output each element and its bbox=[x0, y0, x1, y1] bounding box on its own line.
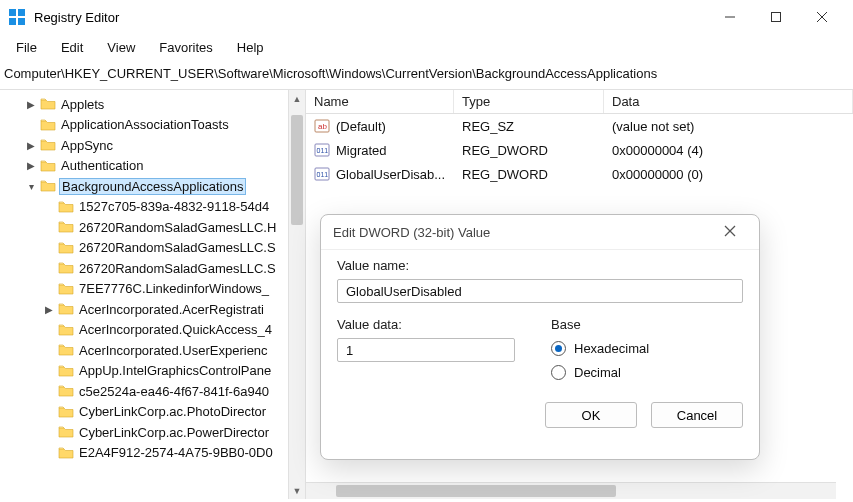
minimize-button[interactable] bbox=[707, 1, 753, 33]
value-icon: 011 bbox=[314, 142, 330, 158]
tree-view[interactable]: ▶AppletsApplicationAssociationToasts▶App… bbox=[0, 90, 306, 499]
value-name: Migrated bbox=[336, 143, 387, 158]
value-data-label: Value data: bbox=[337, 317, 515, 332]
expand-icon[interactable]: ▾ bbox=[24, 181, 38, 192]
col-header-type[interactable]: Type bbox=[454, 90, 604, 113]
svg-text:011: 011 bbox=[317, 147, 329, 154]
tree-item[interactable]: ▶AcerIncorporated.AcerRegistrati bbox=[0, 299, 305, 320]
expand-icon[interactable]: ▶ bbox=[24, 140, 38, 151]
expand-icon[interactable]: ▶ bbox=[42, 304, 56, 315]
value-name-label: Value name: bbox=[337, 258, 743, 273]
tree-item-label: 26720RandomSaladGamesLLC.S bbox=[79, 240, 276, 255]
value-icon: 011 bbox=[314, 166, 330, 182]
vertical-scrollbar[interactable]: ▲▼ bbox=[288, 90, 305, 499]
horizontal-scrollbar[interactable] bbox=[306, 482, 836, 499]
dialog-close-button[interactable] bbox=[713, 225, 747, 240]
folder-icon bbox=[58, 282, 74, 296]
tree-item[interactable]: CyberLinkCorp.ac.PowerDirector bbox=[0, 422, 305, 443]
radio-decimal[interactable]: Decimal bbox=[551, 365, 743, 380]
folder-icon bbox=[58, 200, 74, 214]
svg-text:ab: ab bbox=[318, 122, 327, 131]
maximize-button[interactable] bbox=[753, 1, 799, 33]
value-data: 0x00000000 (0) bbox=[612, 167, 703, 182]
expand-icon[interactable]: ▶ bbox=[24, 160, 38, 171]
edit-dword-dialog: Edit DWORD (32-bit) Value Value name: Va… bbox=[320, 214, 760, 460]
tree-item[interactable]: ▶Authentication bbox=[0, 156, 305, 177]
tree-item-label: c5e2524a-ea46-4f67-841f-6a940 bbox=[79, 384, 269, 399]
tree-item-label: AppUp.IntelGraphicsControlPane bbox=[79, 363, 271, 378]
menu-file[interactable]: File bbox=[6, 37, 47, 58]
tree-item[interactable]: 7EE7776C.LinkedinforWindows_ bbox=[0, 279, 305, 300]
tree-item[interactable]: ▾BackgroundAccessApplications bbox=[0, 176, 305, 197]
tree-item-label: Authentication bbox=[61, 158, 143, 173]
radio-dec-label: Decimal bbox=[574, 365, 621, 380]
list-rows: ab(Default)REG_SZ(value not set)011Migra… bbox=[306, 114, 853, 186]
list-header: Name Type Data bbox=[306, 90, 853, 114]
svg-text:011: 011 bbox=[317, 171, 329, 178]
tree-item[interactable]: ▶Applets bbox=[0, 94, 305, 115]
tree-item[interactable]: 26720RandomSaladGamesLLC.S bbox=[0, 238, 305, 259]
tree-item-label: 26720RandomSaladGamesLLC.S bbox=[79, 261, 276, 276]
menu-favorites[interactable]: Favorites bbox=[149, 37, 222, 58]
tree-item-label: 1527c705-839a-4832-9118-54d4 bbox=[79, 199, 269, 214]
value-data-input[interactable] bbox=[337, 338, 515, 362]
cancel-button[interactable]: Cancel bbox=[651, 402, 743, 428]
value-type: REG_DWORD bbox=[462, 143, 548, 158]
tree-item[interactable]: 26720RandomSaladGamesLLC.S bbox=[0, 258, 305, 279]
list-row[interactable]: ab(Default)REG_SZ(value not set) bbox=[306, 114, 853, 138]
tree-item-label: AcerIncorporated.QuickAccess_4 bbox=[79, 322, 272, 337]
value-name-input[interactable] bbox=[337, 279, 743, 303]
tree-item-label: AppSync bbox=[61, 138, 113, 153]
menu-view[interactable]: View bbox=[97, 37, 145, 58]
folder-icon bbox=[58, 261, 74, 275]
address-bar[interactable]: Computer\HKEY_CURRENT_USER\Software\Micr… bbox=[0, 60, 853, 90]
col-header-data[interactable]: Data bbox=[604, 90, 853, 113]
tree-item[interactable]: c5e2524a-ea46-4f67-841f-6a940 bbox=[0, 381, 305, 402]
title-bar: Registry Editor bbox=[0, 0, 853, 34]
menu-help[interactable]: Help bbox=[227, 37, 274, 58]
tree-item-label: Applets bbox=[61, 97, 104, 112]
tree-item[interactable]: ▶AppSync bbox=[0, 135, 305, 156]
folder-icon bbox=[58, 364, 74, 378]
svg-rect-3 bbox=[18, 18, 25, 25]
svg-rect-2 bbox=[9, 18, 16, 25]
value-type: REG_DWORD bbox=[462, 167, 548, 182]
app-icon bbox=[8, 8, 26, 26]
tree-item[interactable]: 26720RandomSaladGamesLLC.H bbox=[0, 217, 305, 238]
radio-hex-icon bbox=[551, 341, 566, 356]
folder-icon bbox=[58, 302, 74, 316]
radio-hexadecimal[interactable]: Hexadecimal bbox=[551, 341, 743, 356]
close-button[interactable] bbox=[799, 1, 845, 33]
tree-item[interactable]: CyberLinkCorp.ac.PhotoDirector bbox=[0, 402, 305, 423]
list-row[interactable]: 011MigratedREG_DWORD0x00000004 (4) bbox=[306, 138, 853, 162]
folder-icon bbox=[40, 138, 56, 152]
menu-edit[interactable]: Edit bbox=[51, 37, 93, 58]
ok-button[interactable]: OK bbox=[545, 402, 637, 428]
tree-item[interactable]: 1527c705-839a-4832-9118-54d4 bbox=[0, 197, 305, 218]
tree-item-label: ApplicationAssociationToasts bbox=[61, 117, 229, 132]
value-name: (Default) bbox=[336, 119, 386, 134]
tree-item-label: 26720RandomSaladGamesLLC.H bbox=[79, 220, 276, 235]
tree-item-label: 7EE7776C.LinkedinforWindows_ bbox=[79, 281, 269, 296]
folder-icon bbox=[58, 425, 74, 439]
list-row[interactable]: 011GlobalUserDisab...REG_DWORD0x00000000… bbox=[306, 162, 853, 186]
svg-rect-0 bbox=[9, 9, 16, 16]
tree-item-label: CyberLinkCorp.ac.PowerDirector bbox=[79, 425, 269, 440]
tree-item-label: BackgroundAccessApplications bbox=[59, 178, 246, 195]
tree-item[interactable]: E2A4F912-2574-4A75-9BB0-0D0 bbox=[0, 443, 305, 464]
tree-item[interactable]: AppUp.IntelGraphicsControlPane bbox=[0, 361, 305, 382]
tree-item[interactable]: AcerIncorporated.QuickAccess_4 bbox=[0, 320, 305, 341]
tree-item[interactable]: ApplicationAssociationToasts bbox=[0, 115, 305, 136]
dialog-body: Value name: Value data: Base Hexadecimal… bbox=[321, 249, 759, 459]
folder-icon bbox=[40, 179, 56, 193]
svg-rect-5 bbox=[772, 13, 781, 22]
col-header-name[interactable]: Name bbox=[306, 90, 454, 113]
dialog-title-text: Edit DWORD (32-bit) Value bbox=[333, 225, 490, 240]
tree-item[interactable]: AcerIncorporated.UserExperienc bbox=[0, 340, 305, 361]
window-title: Registry Editor bbox=[34, 10, 707, 25]
window-controls bbox=[707, 1, 845, 33]
value-name: GlobalUserDisab... bbox=[336, 167, 445, 182]
expand-icon[interactable]: ▶ bbox=[24, 99, 38, 110]
folder-icon bbox=[58, 343, 74, 357]
value-data: 0x00000004 (4) bbox=[612, 143, 703, 158]
